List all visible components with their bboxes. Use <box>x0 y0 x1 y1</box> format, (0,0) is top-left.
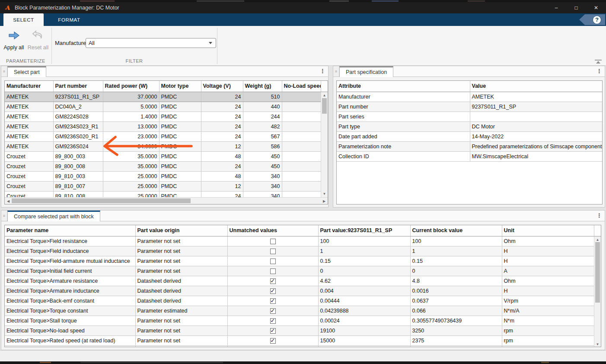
spec-row[interactable]: Collection IDMW.SimscapeElectrical <box>337 151 602 161</box>
compare-row[interactable]: Electrical Torque>Armature resistanceDat… <box>5 276 601 286</box>
maximize-button[interactable]: □ <box>566 2 586 13</box>
column-header[interactable]: Motor type <box>159 81 201 92</box>
column-header[interactable]: Parameter name <box>5 225 135 236</box>
part-row[interactable]: AMETEKGM9234S023_R113.0000PMDC24482 <box>5 121 328 131</box>
compare-row[interactable]: Electrical Torque>Torque constantParamet… <box>5 306 601 316</box>
compare-row[interactable]: Electrical Torque>Armature inductanceDat… <box>5 286 601 296</box>
spec-row[interactable]: Date part added14-May-2022 <box>337 131 602 141</box>
manufacturer-dropdown[interactable]: All <box>86 38 216 48</box>
unmatched-checkbox[interactable] <box>270 338 276 344</box>
tab-compare[interactable]: Compare selected part with block <box>7 211 100 221</box>
reset-all-button[interactable]: Reset all <box>26 30 50 51</box>
column-header[interactable]: No-Load speed <box>282 81 321 92</box>
compare-row[interactable] <box>5 345 601 347</box>
scrollbar-thumb[interactable] <box>12 198 191 203</box>
unmatched-checkbox[interactable] <box>270 259 276 264</box>
part-spec-panel: ≡ Part specification ⋮ AttributeValue Ma… <box>333 66 605 208</box>
part-row[interactable]: AMETEKGM9236S02434.0000PMDC12586 <box>5 141 328 151</box>
tab-select-part[interactable]: Select part <box>7 66 46 77</box>
apply-all-button[interactable]: Apply all <box>2 30 26 51</box>
part-row[interactable]: Crouzet89_800_00835.0000PMDC24450 <box>5 161 328 171</box>
scroll-left-icon[interactable]: ◀ <box>6 199 11 203</box>
compare-vscrollbar[interactable]: ▲ ▼ <box>594 236 601 347</box>
collapse-ribbon-icon[interactable] <box>595 60 602 64</box>
table-cell: 89_800_008 <box>53 161 103 171</box>
spec-row[interactable]: Part series <box>337 112 602 121</box>
scroll-down-icon[interactable]: ▼ <box>321 192 328 196</box>
panel-menu-icon[interactable]: ⋮ <box>320 68 325 74</box>
unmatched-checkbox[interactable] <box>270 268 276 274</box>
column-header[interactable]: Value <box>470 81 602 92</box>
compare-row[interactable]: Electrical Torque>Initial field currentP… <box>5 266 601 276</box>
scroll-up-icon[interactable]: ▲ <box>594 238 601 242</box>
column-header[interactable]: Rated power (W) <box>103 81 159 92</box>
unmatched-checkbox[interactable] <box>270 278 276 284</box>
unmatched-checkbox[interactable] <box>270 308 276 314</box>
column-header[interactable]: Weight (g) <box>243 81 282 92</box>
part-row[interactable]: AMETEKGM9236S020_R123.0000PMDC24567 <box>5 131 328 141</box>
tab-format[interactable]: FORMAT <box>44 13 95 26</box>
scrollbar-thumb[interactable] <box>595 242 600 303</box>
drag-handle-icon[interactable]: ≡ <box>1 66 7 77</box>
compare-row[interactable]: Electrical Torque>Rated speed (at rated … <box>5 335 601 345</box>
part-row[interactable]: AMETEKGM8224S0281.4000PMDC24244 <box>5 112 328 121</box>
column-header[interactable]: Unmatched values <box>227 225 318 236</box>
column-header[interactable]: Part number <box>53 81 103 92</box>
tab-select[interactable]: SELECT <box>3 13 44 26</box>
unmatched-checkbox[interactable] <box>270 249 276 254</box>
spec-row[interactable]: Part number9237S011_R1_SP <box>337 102 602 112</box>
unmatched-checkbox[interactable] <box>270 288 276 294</box>
compare-row[interactable]: Electrical Torque>Field-armature mutual … <box>5 256 601 266</box>
table-cell: Electrical Torque>Rated speed (at rated … <box>5 335 135 345</box>
column-header[interactable]: Attribute <box>337 81 470 92</box>
column-header[interactable] <box>321 81 328 92</box>
part-row[interactable]: Crouzet89_810_00325.0000PMDC48340 <box>5 171 328 181</box>
compare-row[interactable]: Electrical Torque>Field inductanceParame… <box>5 246 601 256</box>
table-cell: 0.004 <box>318 286 410 296</box>
scrollbar-thumb[interactable] <box>322 98 327 114</box>
table-cell: AMETEK <box>470 92 602 102</box>
select-part-vscrollbar[interactable]: ▲ ▼ <box>321 92 328 197</box>
compare-row[interactable]: Electrical Torque>Stall torqueParameter … <box>5 316 601 326</box>
table-cell: PMDC <box>159 121 201 131</box>
table-cell <box>227 296 318 306</box>
scroll-up-icon[interactable]: ▲ <box>321 93 328 97</box>
spec-row[interactable]: ManufacturerAMETEK <box>337 92 602 102</box>
table-cell: GM9236S020_R1 <box>53 131 103 141</box>
column-header[interactable]: Unit <box>502 225 594 236</box>
unmatched-checkbox[interactable] <box>270 298 276 304</box>
part-row[interactable]: AMETEKDC040A_25.0000PMDC24440 <box>5 102 328 112</box>
compare-row[interactable]: Electrical Torque>Back-emf constantDatas… <box>5 296 601 306</box>
part-row[interactable]: Crouzet89_800_00335.0000PMDC48450 <box>5 151 328 161</box>
column-header[interactable]: Current block value <box>410 225 502 236</box>
unmatched-checkbox[interactable] <box>270 328 276 334</box>
scroll-down-icon[interactable]: ▼ <box>594 342 601 346</box>
part-row[interactable]: AMETEK9237S011_R1_SP37.0000PMDC24510 <box>5 92 328 102</box>
close-button[interactable]: ✕ <box>586 2 606 13</box>
matlab-logo-icon <box>4 4 11 11</box>
column-header[interactable]: Part value:9237S011_R1_SP <box>318 225 410 236</box>
unmatched-checkbox[interactable] <box>270 239 276 244</box>
spec-row[interactable]: Part typeDC Motor <box>337 121 602 131</box>
select-part-hscrollbar[interactable]: ◀ ▶ <box>5 197 328 204</box>
scroll-right-icon[interactable]: ▶ <box>322 199 327 203</box>
spec-row[interactable]: Parameterization notePredefined paramete… <box>337 141 602 151</box>
drag-handle-icon[interactable]: ≡ <box>1 211 7 221</box>
tab-part-specification[interactable]: Part specification <box>339 66 393 77</box>
column-header[interactable]: Part value origin <box>135 225 227 236</box>
table-cell: 340 <box>243 181 282 191</box>
unmatched-checkbox[interactable] <box>270 318 276 324</box>
panel-menu-icon[interactable]: ⋮ <box>596 68 602 74</box>
part-row[interactable]: Crouzet89_810_00725.0000PMDC12340 <box>5 181 328 191</box>
column-header[interactable]: Voltage (V) <box>201 81 243 92</box>
help-button[interactable]: ? <box>579 14 605 25</box>
table-cell: Date part added <box>337 131 470 141</box>
column-header[interactable]: Manufacturer <box>5 81 53 92</box>
column-header[interactable] <box>594 225 601 236</box>
compare-row[interactable]: Electrical Torque>No-load speedParameter… <box>5 326 601 335</box>
drag-handle-icon[interactable]: ≡ <box>333 66 339 77</box>
table-cell: 586 <box>243 141 282 151</box>
minimize-button[interactable]: – <box>546 2 566 13</box>
compare-row[interactable]: Electrical Torque>Field resistanceParame… <box>5 236 601 246</box>
panel-menu-icon[interactable]: ⋮ <box>596 212 602 219</box>
